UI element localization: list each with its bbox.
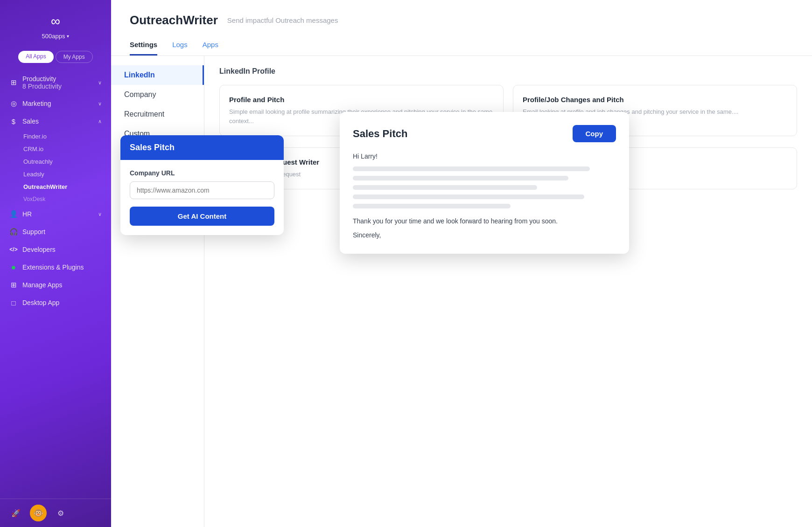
sidebar-item-manage-apps-label: Manage Apps <box>22 281 102 289</box>
sidebar-sub-outreachwriter[interactable]: OutreachWriter <box>0 180 111 193</box>
desktop-app-icon: □ <box>9 298 18 307</box>
page-subtitle: Send impactful Outreach messages <box>227 16 338 24</box>
sidebar-item-extensions[interactable]: ● Extensions & Plugins <box>0 258 111 276</box>
sidebar-item-desktop-app-label: Desktop App <box>22 299 102 306</box>
get-ai-content-button[interactable]: Get AI Content <box>130 207 274 226</box>
sidebar-item-developers-label: Developers <box>22 246 102 253</box>
page-tabs: Settings Logs Apps <box>130 37 793 55</box>
settings-sidebar: LinkedIn Company Recruitment Custom <box>111 56 204 527</box>
page-title-row: OutreachWriter Send impactful Outreach m… <box>130 13 793 28</box>
brand-name[interactable]: 500apps ▾ <box>42 33 70 40</box>
sidebar-item-marketing[interactable]: ◎ Marketing ∨ <box>0 95 111 112</box>
sidebar: ∞ 500apps ▾ All Apps My Apps ⊞ Productiv… <box>0 0 111 527</box>
sidebar-item-hr[interactable]: 👤 HR ∨ <box>0 205 111 223</box>
skeleton-line-4 <box>353 194 584 199</box>
sidebar-item-sales[interactable]: $ Sales ∧ <box>0 112 111 130</box>
sidebar-item-developers[interactable]: </> Developers <box>0 241 111 258</box>
sidebar-item-desktop-app[interactable]: □ Desktop App <box>0 294 111 312</box>
sidebar-item-label: Productivity 8 Productivity <box>22 75 93 90</box>
developers-icon: </> <box>9 245 18 254</box>
marketing-arrow-icon: ∨ <box>98 101 102 107</box>
sales-arrow-icon: ∧ <box>98 118 102 125</box>
sales-pitch-input-panel[interactable]: Sales Pitch Company URL Get AI Content <box>120 135 284 235</box>
skeleton-line-3 <box>353 185 537 190</box>
support-icon: 🎧 <box>9 228 18 236</box>
all-apps-tab[interactable]: All Apps <box>18 51 53 63</box>
sidebar-item-manage-apps[interactable]: ⊞ Manage Apps <box>0 276 111 294</box>
company-url-label: Company URL <box>130 169 274 177</box>
productivity-count: 8 Productivity <box>22 83 93 90</box>
sidebar-item-hr-label: HR <box>22 210 93 218</box>
sidebar-item-support[interactable]: 🎧 Support <box>0 223 111 241</box>
sales-result-panel[interactable]: Sales Pitch Copy Hi Larry! Thank you for… <box>340 112 629 254</box>
profile-job-card-title: Profile/Job Changes and Pitch <box>523 96 787 104</box>
skeleton-line-2 <box>353 176 568 180</box>
page-header: OutreachWriter Send impactful Outreach m… <box>111 0 812 56</box>
manage-apps-icon: ⊞ <box>9 281 18 289</box>
result-signoff: Sincerely, <box>353 230 616 240</box>
sidebar-item-sales-label: Sales <box>22 118 93 125</box>
result-header: Sales Pitch Copy <box>353 125 616 142</box>
sidebar-item-productivity[interactable]: ⊞ Productivity 8 Productivity ∨ <box>0 70 111 95</box>
sidebar-sub-outreachly[interactable]: Outreachly <box>0 155 111 168</box>
rocket-icon[interactable]: 🚀 <box>9 506 22 520</box>
logo-area: ∞ 500apps ▾ <box>0 0 111 47</box>
sales-pitch-panel-body: Company URL Get AI Content <box>120 160 284 235</box>
page-title: OutreachWriter <box>130 13 218 28</box>
skeleton-line-5 <box>353 204 511 208</box>
settings-nav-linkedin[interactable]: LinkedIn <box>111 65 204 85</box>
brand-chevron-icon: ▾ <box>67 34 69 39</box>
settings-icon[interactable]: ⚙ <box>54 506 67 520</box>
sidebar-nav: ⊞ Productivity 8 Productivity ∨ ◎ Market… <box>0 69 111 499</box>
productivity-arrow-icon: ∨ <box>98 80 102 86</box>
main-content: OutreachWriter Send impactful Outreach m… <box>111 0 812 527</box>
result-closing: Thank you for your time and we look forw… <box>353 216 616 226</box>
tab-logs[interactable]: Logs <box>172 37 188 55</box>
result-greeting: Hi Larry! <box>353 153 616 160</box>
result-title: Sales Pitch <box>353 128 407 140</box>
marketing-icon: ◎ <box>9 99 18 108</box>
my-apps-tab[interactable]: My Apps <box>56 51 93 63</box>
settings-nav-company[interactable]: Company <box>111 85 204 104</box>
sidebar-bottom: 🚀 🐵 ⚙ <box>0 499 111 527</box>
tab-apps[interactable]: Apps <box>203 37 218 55</box>
settings-nav-recruitment[interactable]: Recruitment <box>111 104 204 124</box>
sidebar-item-extensions-label: Extensions & Plugins <box>22 264 102 271</box>
copy-button[interactable]: Copy <box>573 125 616 142</box>
sidebar-sub-crmio[interactable]: CRM.io <box>0 143 111 155</box>
sales-icon: $ <box>9 117 18 125</box>
company-url-input[interactable] <box>130 181 274 199</box>
linkedin-section-title: LinkedIn Profile <box>219 67 797 76</box>
profile-pitch-card-title: Profile and Pitch <box>229 96 494 104</box>
productivity-icon: ⊞ <box>9 78 18 87</box>
skeleton-line-1 <box>353 166 590 171</box>
sidebar-sub-voxdesk[interactable]: VoxDesk <box>0 193 111 205</box>
sidebar-sub-finderio[interactable]: Finder.io <box>0 130 111 143</box>
sidebar-tab-group: All Apps My Apps <box>0 47 111 69</box>
user-avatar[interactable]: 🐵 <box>30 505 47 521</box>
hr-arrow-icon: ∨ <box>98 211 102 217</box>
sidebar-sub-leadsly[interactable]: Leadsly <box>0 168 111 180</box>
sidebar-item-support-label: Support <box>22 228 102 236</box>
sales-pitch-panel-header: Sales Pitch <box>120 135 284 160</box>
logo-icon: ∞ <box>42 13 69 30</box>
sidebar-item-marketing-label: Marketing <box>22 100 93 107</box>
extensions-icon: ● <box>9 263 18 271</box>
tab-settings[interactable]: Settings <box>130 37 157 55</box>
hr-icon: 👤 <box>9 210 18 218</box>
